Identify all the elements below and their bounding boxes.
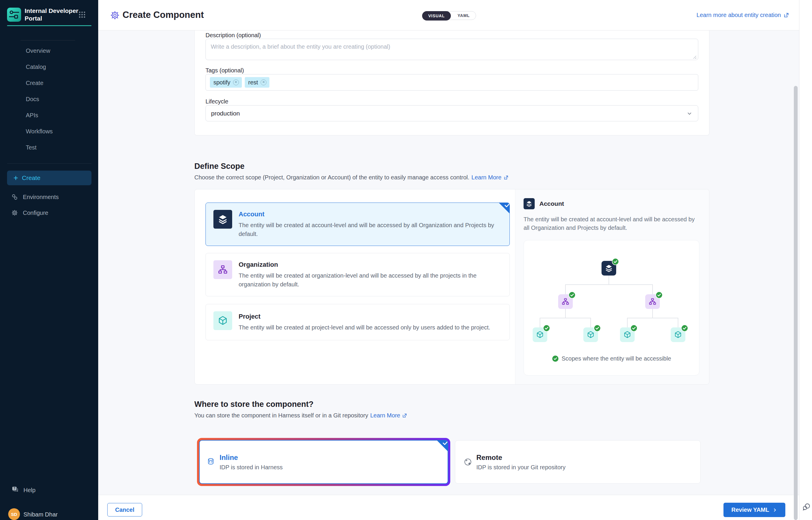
tree-connector xyxy=(627,318,678,318)
tags-input[interactable]: spotify ✕ rest ✕ xyxy=(206,74,698,90)
visual-yaml-toggle[interactable]: VISUAL YAML xyxy=(422,11,476,20)
gear-icon xyxy=(11,209,18,216)
sidebar-item-environments[interactable]: Environments xyxy=(7,190,91,203)
sidebar-help-label: Help xyxy=(23,487,35,494)
tree-caption: Scopes where the entity will be accessib… xyxy=(524,355,699,362)
check-badge-icon xyxy=(681,324,688,332)
check-badge-icon xyxy=(612,258,619,265)
sidebar-item-create[interactable]: Create xyxy=(26,79,43,87)
store-heading: Where to store the component? xyxy=(194,400,314,409)
plus-icon: + xyxy=(14,174,18,182)
remove-tag-icon[interactable]: ✕ xyxy=(261,79,266,85)
tree-node-organization xyxy=(558,294,573,309)
scope-learn-more-link[interactable]: Learn More xyxy=(471,174,508,181)
sidebar-configure-label: Configure xyxy=(23,210,48,216)
scope-detail-header: Account xyxy=(524,198,564,209)
tree-node-project xyxy=(620,328,635,342)
selected-check-corner xyxy=(436,440,448,452)
tree-connector xyxy=(678,318,678,328)
check-badge-icon xyxy=(630,324,637,332)
sidebar-item-help[interactable]: ? Help xyxy=(11,486,35,495)
chevron-right-icon xyxy=(772,508,778,513)
brand-title: Internal Developer Portal xyxy=(25,7,80,22)
external-link-icon xyxy=(503,175,508,180)
tree-connector xyxy=(565,284,566,294)
define-scope-subtitle: Choose the correct scope (Project, Organ… xyxy=(194,174,508,181)
store-learn-more-link[interactable]: Learn More xyxy=(370,412,407,419)
sidebar-item-apis[interactable]: APIs xyxy=(26,111,38,119)
check-badge-icon xyxy=(655,291,663,299)
description-label: Description (optional) xyxy=(206,32,261,39)
scope-option-project[interactable]: Project The entity will be created at pr… xyxy=(206,304,510,340)
sidebar-item-configure[interactable]: Configure xyxy=(7,206,91,219)
review-yaml-button[interactable]: Review YAML xyxy=(724,503,785,517)
tab-yaml[interactable]: YAML xyxy=(451,11,476,20)
sidebar-item-workflows[interactable]: Workflows xyxy=(26,128,53,135)
review-yaml-label: Review YAML xyxy=(731,506,769,513)
tree-caption-label: Scopes where the entity will be accessib… xyxy=(562,355,671,362)
store-subtitle-text: You can store the component in Harness i… xyxy=(194,412,368,419)
sidebar-item-docs[interactable]: Docs xyxy=(26,95,39,103)
scope-subtitle-text: Choose the correct scope (Project, Organ… xyxy=(194,174,469,181)
cancel-button[interactable]: Cancel xyxy=(107,503,142,517)
user-name[interactable]: Shibam Dhar xyxy=(23,511,58,518)
tree-connector xyxy=(652,284,653,294)
vertical-scrollbar[interactable] xyxy=(794,86,797,520)
check-badge-icon xyxy=(594,324,601,332)
scope-detail-panel: Account The entity will be created at ac… xyxy=(515,189,709,384)
app-grid-icon[interactable] xyxy=(78,10,86,19)
tree-node-project xyxy=(533,328,547,342)
tree-connector xyxy=(627,318,628,328)
tree-node-organization xyxy=(645,294,660,309)
remote-description: IDP is stored in your Git repository xyxy=(476,464,566,471)
tree-connector xyxy=(652,309,653,318)
external-link-icon xyxy=(402,413,407,418)
remote-git-icon xyxy=(464,458,472,466)
tab-visual[interactable]: VISUAL xyxy=(422,11,451,21)
scope-hierarchy-diagram: Scopes where the entity will be accessib… xyxy=(524,240,700,375)
idp-logo-icon[interactable] xyxy=(7,8,21,22)
inline-option-highlight-ring: Inline IDP is stored in Harness xyxy=(197,438,450,486)
scope-project-title: Project xyxy=(239,313,490,320)
chat-support-icon[interactable] xyxy=(802,502,811,511)
check-badge-icon xyxy=(552,355,559,362)
sidebar-create-label: Create xyxy=(22,175,41,181)
tree-connector xyxy=(566,284,653,285)
tree-node-account xyxy=(602,261,616,276)
lifecycle-label: Lifecycle xyxy=(206,98,228,105)
account-layers-icon xyxy=(524,198,535,209)
scope-option-account[interactable]: Account The entity will be created at ac… xyxy=(206,203,510,246)
sidebar: Internal Developer Portal Overview Catal… xyxy=(0,0,98,520)
store-subtitle: You can store the component in Harness i… xyxy=(194,412,407,419)
organization-chart-icon xyxy=(213,260,232,279)
check-badge-icon xyxy=(543,324,550,332)
user-avatar[interactable]: SD xyxy=(8,508,20,520)
learn-link-label: Learn more about entity creation xyxy=(697,12,781,19)
tree-connector xyxy=(608,276,609,284)
tag-chip: rest ✕ xyxy=(245,77,269,88)
sidebar-item-overview[interactable]: Overview xyxy=(26,47,50,54)
sidebar-item-create-active[interactable]: + Create xyxy=(7,171,91,185)
component-gear-icon xyxy=(110,10,120,21)
store-option-remote[interactable]: Remote IDP is stored in your Git reposit… xyxy=(455,440,701,484)
scope-detail-title: Account xyxy=(540,200,564,207)
brand-divider xyxy=(7,25,91,26)
entity-details-card: Description (optional) Tags (optional) s… xyxy=(194,30,709,135)
tag-chip: spotify ✕ xyxy=(210,77,242,88)
project-cube-icon xyxy=(213,311,232,330)
sidebar-item-test[interactable]: Test xyxy=(26,144,37,151)
scope-option-organization[interactable]: Organization The entity will be created … xyxy=(206,253,510,296)
store-option-inline[interactable]: Inline IDP is stored in Harness xyxy=(199,440,448,484)
scope-project-description: The entity will be created at project-le… xyxy=(239,323,490,332)
action-bar: Cancel Review YAML xyxy=(98,495,799,520)
remove-tag-icon[interactable]: ✕ xyxy=(233,79,239,85)
tag-chip-label: rest xyxy=(248,79,258,86)
description-textarea[interactable] xyxy=(206,39,698,60)
sidebar-item-catalog[interactable]: Catalog xyxy=(26,63,46,71)
create-component-page: Internal Developer Portal Overview Catal… xyxy=(0,0,812,520)
tree-connector xyxy=(591,318,591,328)
lifecycle-select[interactable]: production xyxy=(206,105,698,121)
account-layers-icon xyxy=(213,210,232,229)
learn-more-entity-creation-link[interactable]: Learn more about entity creation xyxy=(697,12,789,19)
tag-chip-label: spotify xyxy=(213,79,230,86)
